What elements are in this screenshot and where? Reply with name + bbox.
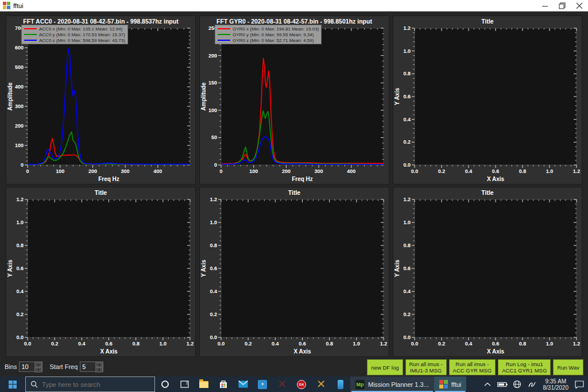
chart-empty-1[interactable]: Title0.00.20.40.60.81.01.20.00.20.40.60.… (393, 16, 582, 185)
svg-text:0.6: 0.6 (105, 341, 113, 347)
drone-x-dark-icon[interactable]: ⨉ (272, 376, 292, 392)
svg-text:1.0: 1.0 (353, 341, 361, 347)
svg-text:0.8: 0.8 (16, 243, 24, 248)
taskbar-mission-planner-button[interactable]: Mp Mission Planner 1.3... (350, 376, 434, 392)
legend-label: GYR0 z (Min: 0 Max: 52.71 Mean: 4.59) (233, 38, 314, 43)
dx-spektrum-icon[interactable]: DX (292, 376, 311, 392)
task-view-icon[interactable] (175, 376, 194, 392)
action-center-icon[interactable] (573, 376, 586, 392)
svg-text:1.0: 1.0 (160, 341, 167, 347)
search-icon (30, 381, 38, 388)
start-button[interactable] (0, 376, 25, 392)
svg-text:100: 100 (56, 168, 64, 174)
svg-text:0.0: 0.0 (218, 341, 225, 347)
mail-icon[interactable] (233, 376, 253, 392)
chart-legend: GYR0 x (Min: 0 Max: 194.81 Mean: 15.03)G… (215, 25, 322, 44)
run-log-imu1-button[interactable]: Run Log - imu1ACC1 GYR1 MSG (498, 359, 551, 375)
battery-icon[interactable] (496, 376, 509, 392)
svg-text:X Axis: X Axis (487, 176, 505, 182)
svg-text:0.8: 0.8 (403, 71, 411, 76)
svg-text:X Axis: X Axis (100, 348, 118, 355)
close-button[interactable] (571, 0, 588, 11)
svg-text:0.6: 0.6 (299, 341, 306, 347)
chart-fft-acc0[interactable]: FFT ACC0 - 2020-08-31 08-42-57.bin - 998… (6, 16, 196, 185)
bins-label: Bins (5, 363, 17, 370)
legend-item: GYR0 x (Min: 0 Max: 194.81 Mean: 15.03) (216, 26, 319, 32)
drone-x-gold-icon[interactable]: ⨉ (311, 376, 331, 392)
network-globe-icon[interactable] (511, 376, 524, 392)
bins-down-arrow[interactable]: ▼ (34, 367, 42, 372)
svg-text:200: 200 (282, 168, 291, 174)
new-df-log-button[interactable]: new DF log (367, 359, 403, 375)
legend-label: GYR0 y (Min: 0 Max: 99.55 Mean: 9.34) (233, 32, 314, 37)
fftui-taskbar-icon (439, 380, 448, 389)
svg-text:0.0: 0.0 (24, 341, 32, 347)
svg-text:0.6: 0.6 (492, 168, 500, 174)
taskbar-search[interactable] (25, 376, 155, 392)
svg-text:0.0: 0.0 (16, 335, 24, 340)
svg-text:FFT GYR0 - 2020-08-31 08-42-57: FFT GYR0 - 2020-08-31 08-42-57.bin - 998… (216, 18, 372, 25)
search-input[interactable] (42, 381, 140, 388)
start-freq-up-arrow[interactable]: ▲ (95, 362, 103, 367)
tray-chevron-icon[interactable] (481, 376, 494, 392)
svg-text:Amplitude: Amplitude (7, 82, 13, 110)
legend-item: ACC0 x (Min: 0 Max: 135.1 Mean: 12.94) (23, 26, 125, 32)
svg-text:150: 150 (208, 80, 217, 86)
clock-date: 8/31/2020 (543, 385, 569, 391)
cortana-icon[interactable] (155, 376, 175, 392)
svg-text:0.6: 0.6 (403, 266, 411, 271)
svg-text:X Axis: X Axis (293, 348, 311, 355)
taskbar-fftui-button[interactable]: fftui (434, 376, 467, 392)
main-content: FFT ACC0 - 2020-08-31 08-42-57.bin - 998… (0, 11, 588, 376)
svg-text:100: 100 (15, 143, 24, 148)
svg-text:0.2: 0.2 (51, 341, 59, 347)
svg-text:0.4: 0.4 (465, 168, 473, 174)
taskbar: ✦ ⨉ DX ⨉ Mp Mission Planner 1.3... fftui… (0, 376, 588, 392)
bins-stepper[interactable]: ▲▼ (19, 362, 42, 372)
start-freq-input[interactable] (80, 362, 95, 371)
svg-text:X Axis: X Axis (487, 348, 505, 355)
legend-color-swatch (218, 34, 230, 35)
svg-text:1.2: 1.2 (403, 197, 411, 202)
run-wav-button[interactable]: Run Wav (553, 359, 583, 375)
restore-button[interactable] (554, 0, 571, 11)
legend-color-swatch (218, 28, 230, 29)
svg-text:0.0: 0.0 (403, 162, 411, 168)
store-icon[interactable] (214, 376, 233, 392)
chart-empty-3[interactable]: Title0.00.20.40.60.81.01.20.00.20.40.60.… (199, 187, 389, 357)
chart-fft-gyr0[interactable]: FFT GYR0 - 2020-08-31 08-42-57.bin - 998… (199, 16, 389, 185)
file-explorer-icon[interactable] (194, 376, 214, 392)
drone-app-tile-icon[interactable]: ✦ (253, 376, 272, 392)
svg-text:1.2: 1.2 (16, 197, 24, 202)
start-freq-down-arrow[interactable]: ▼ (95, 367, 103, 372)
svg-text:0.2: 0.2 (210, 312, 217, 317)
svg-text:0.8: 0.8 (519, 341, 527, 347)
bins-input[interactable] (20, 362, 34, 371)
charts-grid: FFT ACC0 - 2020-08-31 08-42-57.bin - 998… (0, 11, 588, 357)
svg-text:100: 100 (208, 107, 217, 113)
svg-text:50: 50 (211, 134, 217, 140)
mission-planner-icon: Mp (355, 380, 365, 389)
svg-text:600: 600 (15, 45, 24, 51)
pen-ink-icon[interactable] (526, 376, 539, 392)
fftui-app-icon (3, 2, 10, 9)
svg-text:0.6: 0.6 (492, 341, 500, 347)
bins-up-arrow[interactable]: ▲ (34, 362, 42, 367)
minimize-button[interactable] (536, 0, 554, 11)
svg-text:1.2: 1.2 (187, 341, 194, 347)
chart-empty-4[interactable]: Title0.00.20.40.60.81.01.20.00.20.40.60.… (393, 187, 582, 357)
svg-text:400: 400 (153, 168, 162, 174)
chart-empty-2[interactable]: Title0.00.20.40.60.81.01.20.00.20.40.60.… (6, 187, 196, 357)
start-freq-stepper[interactable]: ▲▼ (80, 362, 103, 372)
svg-text:0.8: 0.8 (403, 243, 411, 248)
run-all-imus-imu13-button[interactable]: Run all imus -IMU1-3 MSG (405, 359, 447, 375)
legend-label: GYR0 x (Min: 0 Max: 194.81 Mean: 15.03) (233, 26, 319, 32)
svg-text:200: 200 (208, 53, 217, 59)
svg-text:0.6: 0.6 (403, 94, 411, 99)
svg-text:Freq Hz: Freq Hz (292, 176, 313, 182)
taskbar-clock[interactable]: 9:35 AM 8/31/2020 (541, 378, 571, 391)
run-all-imus-accgyr-button[interactable]: Run all imus -ACC GYR MSG (449, 359, 496, 375)
phone-icon[interactable] (331, 376, 350, 392)
svg-text:Y Axis: Y Axis (7, 260, 13, 277)
legend-color-swatch (218, 40, 230, 41)
